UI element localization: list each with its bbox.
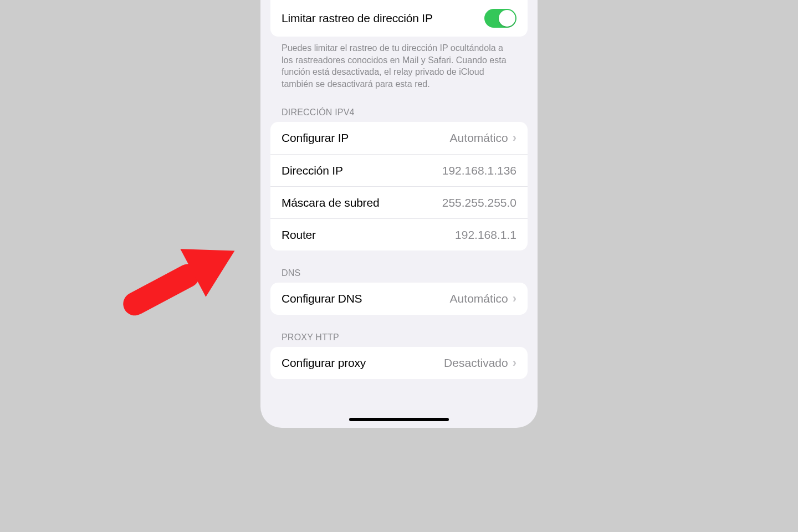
svg-rect-0: [119, 260, 203, 320]
tracking-footer-text: Puedes limitar el rastreo de tu direcció…: [260, 37, 538, 90]
configure-dns-row[interactable]: Configurar DNS Automático ›: [270, 283, 528, 315]
subnet-mask-label: Máscara de subred: [282, 196, 379, 209]
configure-ip-value-text: Automático: [450, 131, 508, 145]
router-label: Router: [282, 228, 316, 242]
chevron-right-icon: ›: [513, 293, 516, 305]
ip-address-value: 192.168.1.136: [442, 164, 516, 177]
svg-marker-1: [180, 232, 247, 297]
configure-dns-value-text: Automático: [450, 292, 508, 305]
ipv4-card: Configurar IP Automático › Dirección IP …: [270, 122, 528, 250]
configure-proxy-value: Desactivado ›: [444, 356, 516, 370]
configure-dns-value: Automático ›: [450, 292, 516, 305]
dns-card: Configurar DNS Automático ›: [270, 283, 528, 315]
router-value: 192.168.1.1: [455, 228, 516, 242]
configure-ip-label: Configurar IP: [282, 131, 349, 145]
tracking-card: Limitar rastreo de dirección IP: [270, 0, 528, 37]
proxy-card: Configurar proxy Desactivado ›: [270, 347, 528, 379]
limit-ip-tracking-label: Limitar rastreo de dirección IP: [282, 12, 433, 25]
configure-proxy-label: Configurar proxy: [282, 356, 366, 370]
subnet-mask-value: 255.255.255.0: [442, 196, 516, 209]
ip-address-label: Dirección IP: [282, 164, 343, 177]
configure-ip-row[interactable]: Configurar IP Automático ›: [270, 122, 528, 154]
configure-dns-label: Configurar DNS: [282, 292, 362, 305]
ip-address-row: Dirección IP 192.168.1.136: [270, 154, 528, 186]
limit-ip-tracking-toggle[interactable]: [484, 9, 516, 28]
configure-proxy-value-text: Desactivado: [444, 356, 508, 370]
limit-ip-tracking-row[interactable]: Limitar rastreo de dirección IP: [270, 0, 528, 37]
chevron-right-icon: ›: [513, 132, 516, 144]
home-indicator-icon: [349, 418, 449, 421]
chevron-right-icon: ›: [513, 357, 516, 369]
subnet-mask-row: Máscara de subred 255.255.255.0: [270, 186, 528, 218]
configure-ip-value: Automático ›: [450, 131, 516, 145]
annotation-arrow-icon: [105, 232, 249, 326]
ipv4-section-header: DIRECCIÓN IPV4: [260, 90, 538, 122]
router-row: Router 192.168.1.1: [270, 218, 528, 250]
dns-section-header: DNS: [260, 250, 538, 283]
toggle-knob-icon: [499, 10, 515, 27]
configure-proxy-row[interactable]: Configurar proxy Desactivado ›: [270, 347, 528, 379]
settings-panel: Limitar rastreo de dirección IP Puedes l…: [260, 0, 538, 428]
proxy-section-header: PROXY HTTP: [260, 315, 538, 347]
